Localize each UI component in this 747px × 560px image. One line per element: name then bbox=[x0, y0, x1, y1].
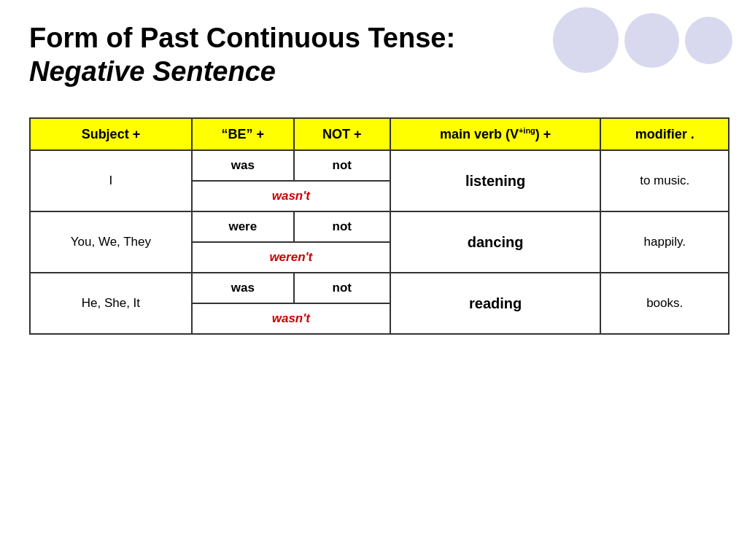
contraction-werent: weren't bbox=[192, 242, 390, 273]
header-verb-sup: +ing bbox=[519, 126, 535, 135]
not-2: not bbox=[294, 211, 390, 242]
circle-1 bbox=[553, 7, 619, 73]
contraction-wasnt: wasn't bbox=[192, 181, 390, 211]
title-line2: Negative Sentence bbox=[29, 56, 276, 87]
header-be: “BE” + bbox=[192, 118, 294, 150]
header-not: NOT + bbox=[294, 118, 390, 150]
table-row: You, We, They were not dancing happily. bbox=[30, 211, 729, 242]
subject-he-she-it: He, She, It bbox=[30, 273, 192, 334]
table-row: He, She, It was not reading books. bbox=[30, 273, 729, 303]
be-was-3: was bbox=[192, 273, 294, 303]
subject-you-we-they: You, We, They bbox=[30, 211, 192, 273]
header-verb: main verb (V+ing) + bbox=[390, 118, 601, 150]
be-was-1: was bbox=[192, 150, 294, 181]
title-line1: Form of Past Continuous Tense: bbox=[29, 23, 455, 53]
header-subject: Subject + bbox=[30, 118, 192, 150]
decorative-circles bbox=[553, 7, 732, 73]
circle-3 bbox=[685, 17, 732, 64]
header-verb-text: main verb (V bbox=[440, 127, 519, 141]
not-1: not bbox=[294, 150, 390, 181]
contraction-wasnt-3: wasn't bbox=[192, 303, 390, 334]
verb-reading: reading bbox=[390, 273, 601, 334]
header-verb-plus: ) + bbox=[535, 127, 551, 141]
subject-i: I bbox=[30, 150, 192, 211]
grammar-table: Subject + “BE” + NOT + main verb (V+ing)… bbox=[29, 117, 729, 335]
table-row: I was not listening to music. bbox=[30, 150, 729, 181]
modifier-music: to music. bbox=[600, 150, 729, 211]
page-container: Form of Past Continuous Tense: Negative … bbox=[0, 0, 747, 560]
page-title: Form of Past Continuous Tense: Negative … bbox=[29, 22, 576, 88]
verb-listening: listening bbox=[390, 150, 601, 211]
modifier-happily: happily. bbox=[600, 211, 729, 273]
verb-dancing: dancing bbox=[390, 211, 601, 273]
not-3: not bbox=[294, 273, 390, 303]
table-header-row: Subject + “BE” + NOT + main verb (V+ing)… bbox=[30, 118, 729, 150]
be-were: were bbox=[192, 211, 294, 242]
header-modifier: modifier . bbox=[600, 118, 729, 150]
modifier-books: books. bbox=[600, 273, 729, 334]
circle-2 bbox=[624, 13, 679, 68]
